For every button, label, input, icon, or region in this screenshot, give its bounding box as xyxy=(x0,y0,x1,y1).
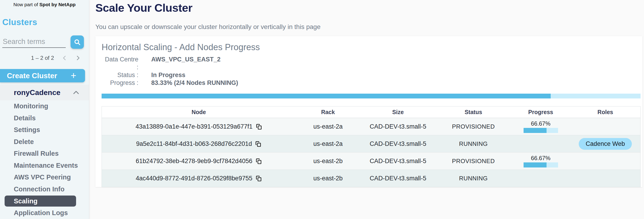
rack-cell: us-east-2a xyxy=(296,140,360,147)
prev-page-button[interactable] xyxy=(62,55,67,61)
status-cell: RUNNING xyxy=(436,175,511,182)
sidebar-item-monitoring[interactable]: Monitoring xyxy=(0,100,89,112)
clusters-heading: Clusters xyxy=(2,18,89,27)
overall-progress-bar xyxy=(102,94,640,98)
table-body: 43a13889-0a1e-447e-b391-053129a677f1 us-… xyxy=(102,118,640,187)
create-cluster-button[interactable]: Create Cluster + xyxy=(0,69,85,82)
info-row-progress: Progress : 83.33% (2/4 Nodes RUNNING) xyxy=(102,79,640,87)
sidebar: Now part of Spot by NetApp Clusters 1 – … xyxy=(0,0,89,219)
sidebar-item-connection-info[interactable]: Connection Info xyxy=(0,183,89,195)
sidebar-item-firewall-rules[interactable]: Firewall Rules xyxy=(0,148,89,160)
column-header-rack: Rack xyxy=(296,109,360,115)
main-content: Scale Your Cluster You can upscale or do… xyxy=(90,0,644,219)
pagination-label: 1 – 2 of 2 xyxy=(31,55,54,61)
sidebar-item-application-logs[interactable]: Application Logs xyxy=(0,207,89,219)
datacentre-label: Data Centre : xyxy=(102,56,138,71)
sidebar-item-label: Scaling xyxy=(14,197,38,205)
progress-value: 83.33% (2/4 Nodes RUNNING) xyxy=(151,79,238,87)
sidebar-item-details[interactable]: Details xyxy=(0,112,89,124)
copy-node-id-button[interactable] xyxy=(256,158,262,165)
chevron-right-icon xyxy=(75,55,81,61)
cluster-expander[interactable]: ronyCadence xyxy=(0,85,89,100)
copy-icon xyxy=(256,158,262,165)
copy-icon xyxy=(256,123,262,130)
table-header: Node Rack Size Status Progress Roles xyxy=(102,107,640,118)
sidebar-item-label: Monitoring xyxy=(14,102,48,110)
progress-cell: 66.67% xyxy=(511,120,570,133)
brand-name: Spot by NetApp xyxy=(39,2,76,7)
copy-icon xyxy=(256,175,262,182)
sidebar-item-maintenance-events[interactable]: Maintenance Events xyxy=(0,160,89,172)
node-progress-bar xyxy=(524,162,558,167)
sidebar-item-delete[interactable]: Delete xyxy=(0,136,89,148)
sidebar-item-label: AWS VPC Peering xyxy=(14,173,71,181)
copy-node-id-button[interactable] xyxy=(255,140,261,147)
node-progress-bar xyxy=(524,128,558,133)
node-progress-fill xyxy=(524,162,546,167)
node-progress-fill xyxy=(524,128,546,133)
cluster-name: ronyCadence xyxy=(14,88,60,97)
role-badge-cadence-web[interactable]: Cadence Web xyxy=(579,138,632,150)
copy-icon xyxy=(255,140,261,147)
roles-cell: Cadence Web xyxy=(570,138,640,150)
cluster-info: Data Centre : AWS_VPC_US_EAST_2 Status :… xyxy=(102,56,640,87)
column-header-roles: Roles xyxy=(570,109,640,115)
overall-progress-fill xyxy=(102,94,551,98)
size-cell: CAD-DEV-t3.small-5 xyxy=(360,123,436,130)
status-value: In Progress xyxy=(151,71,186,79)
sidebar-item-scaling[interactable]: Scaling xyxy=(4,195,76,206)
sidebar-item-aws-vpc-peering[interactable]: AWS VPC Peering xyxy=(0,171,89,183)
search-button[interactable] xyxy=(70,36,84,49)
node-id: 43a13889-0a1e-447e-b391-053129a677f1 xyxy=(136,123,252,130)
brand-prefix: Now part of xyxy=(13,2,39,7)
node-id: 61b24792-38eb-4278-9eb9-9cf7842d4056 xyxy=(136,158,252,165)
status-cell: PROVISIONED xyxy=(436,123,511,130)
progress-cell: 66.67% xyxy=(511,155,570,167)
table-row: 9a5e2c11-84bf-4d31-b063-268d76c2201d us-… xyxy=(102,135,640,152)
copy-node-id-button[interactable] xyxy=(256,123,262,130)
search-row xyxy=(2,36,87,49)
table-row: 61b24792-38eb-4278-9eb9-9cf7842d4056 us-… xyxy=(102,152,640,170)
info-row-datacentre: Data Centre : AWS_VPC_US_EAST_2 xyxy=(102,56,640,71)
table-row: 4ac440d9-8772-491d-8726-0529f8be9755 us-… xyxy=(102,170,640,187)
nodes-table: Node Rack Size Status Progress Roles 43a… xyxy=(102,106,640,187)
node-cell: 4ac440d9-8772-491d-8726-0529f8be9755 xyxy=(102,175,296,182)
next-page-button[interactable] xyxy=(75,55,81,61)
sidebar-item-label: Connection Info xyxy=(14,185,64,193)
sidebar-item-settings[interactable]: Settings xyxy=(0,124,89,136)
info-row-status: Status : In Progress xyxy=(102,71,640,79)
size-cell: CAD-DEV-t3.small-5 xyxy=(360,140,436,147)
chevron-up-icon xyxy=(73,90,79,95)
page-subtitle: You can upscale or downscale your cluste… xyxy=(96,24,644,30)
search-icon xyxy=(74,39,81,46)
node-cell: 43a13889-0a1e-447e-b391-053129a677f1 xyxy=(102,123,296,130)
size-cell: CAD-DEV-t3.small-5 xyxy=(360,158,436,165)
status-label: Status : xyxy=(102,71,138,79)
brand-text: Now part of Spot by NetApp xyxy=(0,0,89,7)
rack-cell: us-east-2b xyxy=(296,158,360,165)
node-cell: 61b24792-38eb-4278-9eb9-9cf7842d4056 xyxy=(102,158,296,165)
sidebar-item-label: Details xyxy=(14,114,36,122)
node-cell: 9a5e2c11-84bf-4d31-b063-268d76c2201d xyxy=(102,140,296,147)
pagination: 1 – 2 of 2 xyxy=(0,55,89,61)
column-header-status: Status xyxy=(436,109,511,115)
plus-icon: + xyxy=(70,71,76,80)
search-input[interactable] xyxy=(2,36,66,48)
size-cell: CAD-DEV-t3.small-5 xyxy=(360,175,436,182)
rack-cell: us-east-2b xyxy=(296,175,360,182)
node-id: 9a5e2c11-84bf-4d31-b063-268d76c2201d xyxy=(136,140,252,147)
node-id: 4ac440d9-8772-491d-8726-0529f8be9755 xyxy=(136,175,252,182)
card-title: Horizontal Scaling - Add Nodes Progress xyxy=(102,42,640,52)
column-header-size: Size xyxy=(360,109,436,115)
scaling-progress-card: Horizontal Scaling - Add Nodes Progress … xyxy=(96,36,642,187)
copy-node-id-button[interactable] xyxy=(256,175,262,182)
sidebar-item-label: Application Logs xyxy=(14,209,68,217)
datacentre-value: AWS_VPC_US_EAST_2 xyxy=(151,56,221,71)
column-header-progress: Progress xyxy=(511,109,570,115)
chevron-left-icon xyxy=(62,55,67,61)
node-progress-percent: 66.67% xyxy=(531,155,550,161)
column-header-node: Node xyxy=(102,109,296,115)
node-progress-percent: 66.67% xyxy=(531,120,550,127)
sidebar-item-label: Maintenance Events xyxy=(14,162,78,169)
cluster-menu: Monitoring Details Settings Delete Firew… xyxy=(0,100,89,219)
